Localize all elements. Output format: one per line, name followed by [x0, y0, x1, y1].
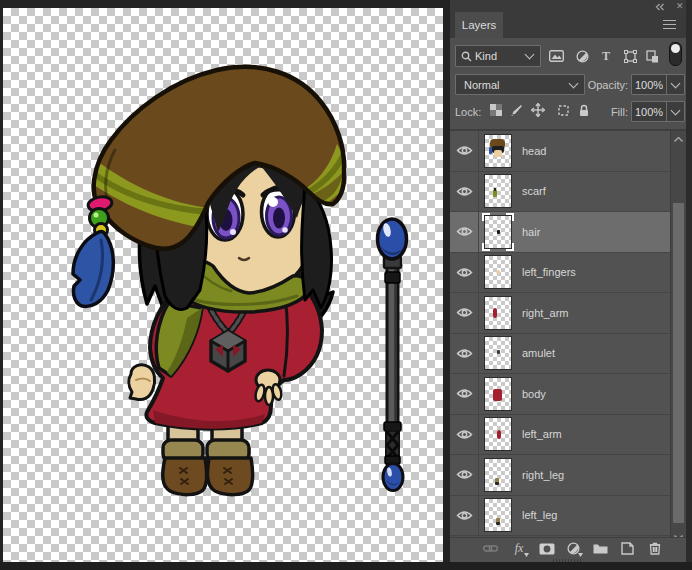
layer-row[interactable]: left_leg [450, 496, 670, 537]
layer-thumbnail[interactable] [484, 498, 512, 532]
photoshop-window: ✕ Layers Kind T [0, 0, 692, 570]
layer-row[interactable]: hair [450, 212, 670, 253]
layer-visibility-toggle[interactable] [450, 496, 479, 536]
layer-visibility-toggle[interactable] [450, 415, 479, 455]
layer-thumbnail[interactable] [484, 377, 512, 411]
smart-object-filter-icon[interactable] [642, 48, 662, 64]
opacity-dropdown-button[interactable] [666, 75, 684, 94]
shape-layer-filter-icon[interactable] [620, 48, 640, 64]
layer-name: head [522, 145, 546, 157]
layer-name: hair [522, 226, 540, 238]
layer-visibility-toggle[interactable] [450, 455, 479, 495]
layer-visibility-toggle[interactable] [450, 293, 479, 333]
chevron-down-icon [525, 50, 535, 60]
layer-row[interactable]: right_arm [450, 293, 670, 334]
layer-visibility-toggle[interactable] [450, 212, 479, 252]
eye-icon [456, 226, 473, 237]
eye-icon [456, 186, 473, 197]
collapse-panel-icon[interactable] [655, 2, 665, 11]
layer-visibility-toggle[interactable] [450, 334, 479, 374]
layer-name: left_arm [522, 428, 562, 440]
adjustment-layer-filter-icon[interactable] [572, 48, 592, 64]
layer-row[interactable]: amulet [450, 334, 670, 375]
fill-field[interactable]: 100% [631, 101, 685, 122]
staff-artwork [378, 219, 407, 491]
layer-name: right_leg [522, 469, 564, 481]
lock-image-pixels-icon[interactable] [508, 102, 524, 118]
layer-row[interactable]: head [450, 131, 670, 172]
layer-visibility-toggle[interactable] [450, 253, 479, 293]
delete-layer-trash-icon[interactable] [645, 540, 665, 557]
layer-list-scrollbar[interactable] [670, 131, 686, 545]
layer-thumbnail[interactable] [484, 296, 512, 330]
eye-icon [456, 348, 473, 359]
layer-name: scarf [522, 185, 546, 197]
eye-icon [456, 429, 473, 440]
fill-label: Fill: [586, 106, 628, 118]
eye-icon [456, 388, 473, 399]
layer-row[interactable]: body [450, 374, 670, 415]
add-layer-mask-icon[interactable] [537, 540, 557, 557]
tab-layers[interactable]: Layers [455, 12, 503, 38]
layer-visibility-toggle[interactable] [450, 131, 479, 171]
layer-thumbnail[interactable] [484, 458, 512, 492]
search-icon [461, 51, 472, 62]
layer-thumbnail[interactable] [484, 174, 512, 208]
fill-value: 100% [632, 106, 666, 118]
eye-icon [456, 469, 473, 480]
new-layer-icon[interactable] [617, 540, 637, 557]
layer-thumbnail[interactable] [484, 336, 512, 370]
layer-row[interactable]: scarf [450, 172, 670, 213]
layers-panel-toolbar: fx [450, 537, 686, 558]
layer-name: right_arm [522, 307, 568, 319]
layer-name: body [522, 388, 546, 400]
opacity-field[interactable]: 100% [631, 74, 685, 95]
layer-visibility-toggle[interactable] [450, 374, 479, 414]
layer-row[interactable]: left_fingers [450, 253, 670, 294]
layer-list: head scarf hair left_fingers [450, 131, 670, 536]
panel-menu-icon[interactable] [663, 20, 676, 30]
lock-artboard-icon[interactable] [555, 102, 571, 118]
layer-row[interactable]: right_leg [450, 455, 670, 496]
layer-name: left_fingers [522, 266, 576, 278]
eye-icon [456, 510, 473, 521]
layers-panel: ✕ Layers Kind T [450, 0, 692, 570]
layer-thumbnail[interactable] [484, 255, 512, 289]
type-layer-filter-icon[interactable]: T [596, 48, 616, 64]
layer-thumbnail[interactable] [484, 215, 512, 249]
link-layers-icon[interactable] [480, 540, 500, 557]
opacity-value: 100% [632, 79, 666, 91]
pixel-layer-filter-icon[interactable] [546, 48, 566, 64]
layer-row[interactable]: left_arm [450, 415, 670, 456]
lock-position-icon[interactable] [530, 102, 546, 118]
layer-style-fx-icon[interactable]: fx [509, 540, 529, 557]
opacity-label: Opacity: [586, 79, 628, 91]
kind-filter-dropdown[interactable]: Kind [455, 45, 541, 67]
document-canvas[interactable] [3, 8, 443, 562]
new-adjustment-layer-icon[interactable] [563, 540, 583, 557]
lock-transparent-pixels-icon[interactable] [488, 102, 504, 118]
layer-thumbnail[interactable] [484, 417, 512, 451]
filter-toggle-knob [671, 44, 680, 53]
lock-label: Lock: [455, 106, 483, 118]
new-group-folder-icon[interactable] [590, 540, 610, 557]
layer-name: amulet [522, 347, 555, 359]
panel-title-bar: ✕ [450, 0, 686, 12]
eye-icon [456, 307, 473, 318]
layers-panel-controls: Kind T Normal [450, 38, 686, 131]
layer-visibility-toggle[interactable] [450, 172, 479, 212]
blend-mode-value: Normal [464, 79, 499, 91]
scrollbar-thumb[interactable] [673, 203, 684, 523]
eye-icon [456, 145, 473, 156]
filter-toggle-switch[interactable] [669, 42, 682, 66]
chevron-down-icon [569, 78, 579, 88]
layer-thumbnail[interactable] [484, 134, 512, 168]
blend-mode-dropdown[interactable]: Normal [455, 74, 585, 95]
fill-dropdown-button[interactable] [666, 102, 684, 121]
eye-icon [456, 267, 473, 278]
panel-tab-bar: Layers [450, 12, 686, 38]
scroll-up-icon[interactable] [671, 131, 686, 147]
layer-name: left_leg [522, 509, 557, 521]
close-panel-icon[interactable]: ✕ [676, 2, 684, 11]
kind-filter-label: Kind [475, 50, 497, 62]
